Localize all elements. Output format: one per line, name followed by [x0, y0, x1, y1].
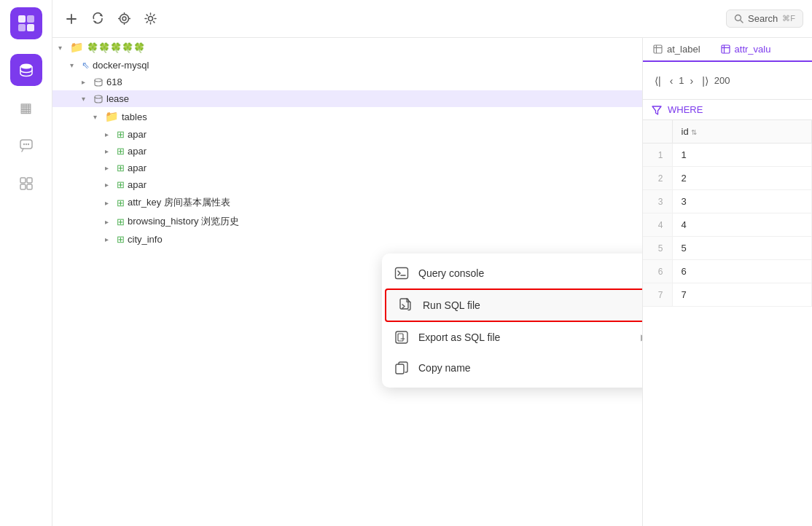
id-cell: 1 — [672, 144, 812, 167]
db-small-icon — [93, 94, 104, 104]
tab-bar: at_label attr_valu — [643, 38, 812, 62]
svg-rect-26 — [396, 268, 408, 279]
tab-at-label[interactable]: at_label — [643, 38, 711, 62]
column-header-id[interactable]: id ⇅ — [672, 120, 812, 144]
tree-root[interactable]: 📁 🍀🍀🍀🍀🍀 — [52, 38, 642, 57]
table-icon: ⊞ — [117, 129, 125, 140]
list-item[interactable]: ⊞ apar — [52, 160, 642, 176]
tree-618[interactable]: 618 — [52, 74, 642, 90]
data-table: id ⇅ 1 1 2 2 3 3 4 4 5 5 6 6 7 7 — [643, 120, 812, 526]
table-row[interactable]: 7 7 — [643, 283, 812, 307]
svg-point-6 — [23, 144, 24, 145]
table-row[interactable]: 1 1 — [643, 144, 812, 167]
settings-icon — [144, 12, 157, 25]
target-button[interactable] — [114, 9, 134, 29]
row-number-cell: 7 — [643, 283, 672, 307]
add-button[interactable] — [61, 9, 82, 29]
id-cell: 3 — [672, 190, 812, 213]
tree-label: attr_key 房间基本属性表 — [128, 196, 230, 209]
caret-icon — [105, 199, 114, 207]
caret-icon — [70, 61, 79, 69]
caret-icon — [82, 78, 90, 86]
id-cell: 7 — [672, 283, 812, 307]
table-row[interactable]: 3 3 — [643, 190, 812, 213]
list-item[interactable]: ⊞ browsing_history 浏览历史 — [52, 212, 642, 231]
svg-rect-1 — [27, 15, 34, 23]
tree-label: city_info — [128, 234, 163, 245]
row-number-cell: 6 — [643, 260, 672, 283]
menu-item-query-console[interactable]: Query console — [382, 258, 643, 288]
table-row[interactable]: 4 4 — [643, 213, 812, 237]
menu-item-copy-name[interactable]: Copy name — [382, 353, 643, 383]
search-bar[interactable]: Search ⌘F — [726, 9, 803, 28]
table-row[interactable]: 5 5 — [643, 237, 812, 260]
tree-label: apar — [128, 179, 147, 190]
table-icon: ⊞ — [117, 197, 125, 208]
terminal-icon — [394, 265, 410, 281]
search-icon — [734, 14, 743, 23]
tree-tables[interactable]: 📁 tables — [52, 107, 642, 126]
table-tab-icon — [721, 44, 730, 54]
list-item[interactable]: ⊞ apar — [52, 176, 642, 193]
list-item[interactable]: ⊞ apar — [52, 143, 642, 160]
row-number-cell: 4 — [643, 213, 672, 237]
context-menu: Query console Run SQL file — [382, 254, 643, 388]
data-panel: at_label attr_valu ⟨| ‹ 1 › — [643, 38, 812, 526]
svg-rect-9 — [20, 178, 26, 183]
svg-rect-30 — [398, 334, 403, 341]
filter-bar[interactable]: WHERE — [643, 100, 812, 120]
svg-rect-2 — [18, 24, 26, 31]
tree-label: browsing_history 浏览历史 — [128, 215, 239, 228]
pagination-toolbar: ⟨| ‹ 1 › |⟩ 200 — [643, 62, 812, 100]
last-page-button[interactable]: |⟩ — [699, 74, 711, 88]
page-size: 200 — [714, 75, 730, 86]
table-row[interactable]: 2 2 — [643, 167, 812, 190]
row-number-header — [643, 120, 672, 144]
list-item[interactable]: ⊞ city_info — [52, 231, 642, 248]
prev-page-button[interactable]: ‹ — [667, 74, 676, 88]
table-icon: ⊞ — [117, 216, 125, 227]
sidebar-item-charts[interactable]: ▦ — [10, 92, 42, 124]
next-page-button[interactable]: › — [687, 74, 697, 88]
tree-lease[interactable]: lease — [52, 90, 642, 107]
caret-icon — [105, 181, 114, 189]
sidebar-item-chat[interactable] — [10, 130, 42, 162]
table-row[interactable]: 6 6 — [643, 260, 812, 283]
main-area: Search ⌘F 📁 🍀🍀🍀🍀🍀 ⇖ docker-mysql — [52, 0, 812, 526]
menu-item-run-sql[interactable]: Run SQL file — [385, 288, 643, 322]
tree-label: docker-mysql — [93, 60, 149, 71]
cursor-icon: ⇖ — [82, 60, 90, 71]
folder-icon: 📁 — [70, 41, 84, 54]
list-item[interactable]: ⊞ attr_key 房间基本属性表 — [52, 193, 642, 212]
list-item[interactable]: ⊞ apar — [52, 126, 642, 143]
menu-item-label: Copy name — [418, 362, 643, 374]
sidebar-item-grid[interactable] — [10, 168, 42, 200]
copy-icon — [394, 360, 410, 376]
folder-icon: 📁 — [105, 110, 119, 123]
svg-point-22 — [735, 15, 741, 21]
first-page-button[interactable]: ⟨| — [652, 74, 664, 88]
caret-icon — [105, 164, 114, 172]
chat-icon — [19, 138, 34, 153]
search-shortcut: ⌘F — [782, 14, 795, 23]
tab-attr-valu[interactable]: attr_valu — [711, 38, 781, 62]
app-logo[interactable] — [10, 7, 42, 39]
menu-item-export-sql[interactable]: Export as SQL file ▶ — [382, 322, 643, 353]
current-page: 1 — [679, 75, 684, 86]
caret-icon — [58, 44, 67, 52]
refresh-button[interactable] — [87, 9, 108, 29]
sort-icon[interactable]: ⇅ — [691, 128, 697, 136]
menu-item-label: Export as SQL file — [418, 331, 632, 343]
tree-docker-mysql[interactable]: ⇖ docker-mysql — [52, 57, 642, 74]
settings-button[interactable] — [140, 9, 160, 29]
export-icon — [394, 329, 410, 345]
tree-label: apar — [128, 129, 147, 140]
svg-point-8 — [27, 144, 28, 145]
row-number-cell: 1 — [643, 144, 672, 167]
tree-label: tables — [122, 111, 147, 122]
svg-point-7 — [25, 144, 26, 145]
grid-icon — [19, 176, 34, 191]
svg-rect-3 — [27, 24, 34, 31]
page-nav: ⟨| ‹ 1 › |⟩ 200 — [652, 74, 730, 88]
sidebar-item-db[interactable] — [10, 54, 42, 86]
